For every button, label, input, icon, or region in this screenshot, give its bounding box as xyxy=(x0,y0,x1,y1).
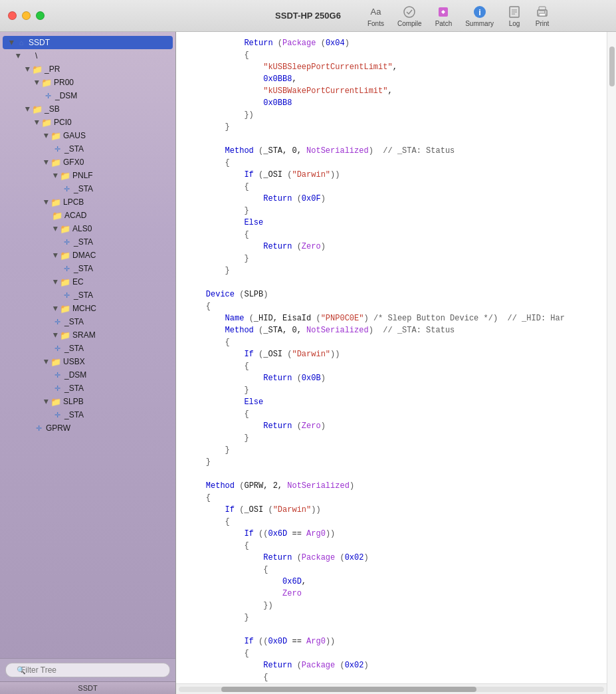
method-icon: ✛ xyxy=(33,423,44,433)
tree-item-mchc[interactable]: ▶ 📁 MCHC xyxy=(0,302,175,315)
tree-item-dmac[interactable]: ▶ 📁 DMAC xyxy=(0,249,175,262)
tree-item-pci0[interactable]: ▶ 📁 PCI0 xyxy=(0,116,175,129)
code-content[interactable]: Return (Package (0x04) { "kUSBSleepPortC… xyxy=(176,32,607,683)
folder-icon: 📁 xyxy=(60,223,70,234)
code-line: { xyxy=(176,516,607,528)
method-icon: ✛ xyxy=(52,383,62,394)
folder-icon: 📁 xyxy=(52,210,62,221)
chevron-icon: ▶ xyxy=(52,304,60,312)
code-line: Method (GPRW, 2, NotSerialized) xyxy=(176,480,607,492)
code-line: { xyxy=(176,540,607,552)
main-area: ▶ ⌂ SSDT ▶ \ ▶ 📁 _PR ▶ 📁 PR00 xyxy=(0,32,616,694)
tree-item-sram-sta[interactable]: ✛ _STA xyxy=(0,342,175,355)
tree-label-als0-sta: _STA xyxy=(74,237,93,247)
tree-label-pnlf-sta: _STA xyxy=(74,184,93,193)
patch-icon xyxy=(436,5,451,19)
compile-toolbar-item[interactable]: Compile xyxy=(392,3,427,29)
maximize-button[interactable] xyxy=(36,11,45,20)
code-line: { xyxy=(176,564,607,576)
tree-item-usbx-dsm[interactable]: ✛ _DSM xyxy=(0,368,175,382)
tree-item-usbx-sta[interactable]: ✛ _STA xyxy=(0,382,175,395)
tree-item-ec-sta[interactable]: ✛ _STA xyxy=(0,289,175,302)
tree-item-dsm[interactable]: ✛ _DSM xyxy=(0,89,175,102)
tree-item-gaus-sta[interactable]: ✛ _STA xyxy=(0,142,175,156)
code-line: If ((0x0D == Arg0)) xyxy=(176,636,607,647)
code-line: Method (_STA, 0, NotSerialized) // _STA:… xyxy=(176,145,607,157)
print-toolbar-item[interactable]: Print xyxy=(530,3,555,29)
filter-input[interactable] xyxy=(5,663,170,677)
tree-item-slpb-sta[interactable]: ✛ _STA xyxy=(0,408,175,421)
folder-icon: 📁 xyxy=(60,170,70,181)
chevron-icon: ▶ xyxy=(52,331,60,339)
chevron-icon: ▶ xyxy=(15,52,23,60)
close-button[interactable] xyxy=(8,11,17,20)
tree-item-lpcb[interactable]: ▶ 📁 LPCB xyxy=(0,195,175,209)
code-line: } xyxy=(176,384,607,396)
method-icon: ✛ xyxy=(43,90,53,101)
scrollbar-track[interactable] xyxy=(179,687,604,692)
compile-label: Compile xyxy=(397,20,422,27)
code-line: } xyxy=(176,444,607,456)
log-label: Log xyxy=(509,20,520,27)
print-icon xyxy=(535,5,550,19)
scrollbar-thumb[interactable] xyxy=(221,687,476,692)
tree-area[interactable]: ▶ ⌂ SSDT ▶ \ ▶ 📁 _PR ▶ 📁 PR00 xyxy=(0,32,175,658)
code-line: } xyxy=(176,265,607,277)
log-icon xyxy=(507,5,522,19)
code-line: } xyxy=(176,432,607,444)
code-line: } xyxy=(176,612,607,624)
status-text: SSDT xyxy=(78,684,97,692)
code-line: Return (0x0B) xyxy=(176,372,607,384)
tree-item-mchc-sta[interactable]: ✛ _STA xyxy=(0,315,175,328)
tree-item-gaus[interactable]: ▶ 📁 GAUS xyxy=(0,129,175,142)
tree-item-usbx[interactable]: ▶ 📁 USBX xyxy=(0,355,175,368)
tree-label-sram: SRAM xyxy=(72,330,96,340)
patch-toolbar-item[interactable]: Patch xyxy=(430,3,458,29)
tree-item-gfx0[interactable]: ▶ 📁 GFX0 xyxy=(0,156,175,169)
tree-item-acad[interactable]: 📁 ACAD xyxy=(0,209,175,222)
code-line: 0x6D, xyxy=(176,576,607,588)
svg-point-11 xyxy=(544,11,546,13)
tree-item-pnlf[interactable]: ▶ 📁 PNLF xyxy=(0,169,175,182)
tree-item-pr00[interactable]: ▶ 📁 PR00 xyxy=(0,76,175,89)
tree-label-als0: ALS0 xyxy=(72,224,92,233)
tree-item-ec[interactable]: ▶ 📁 EC xyxy=(0,275,175,289)
vertical-scrollbar[interactable] xyxy=(607,32,616,694)
status-bar: SSDT xyxy=(0,681,175,694)
method-icon: ✛ xyxy=(61,263,72,274)
tree-item-als0-sta[interactable]: ✛ _STA xyxy=(0,235,175,249)
code-line: Return (Package (0x04) xyxy=(176,37,607,49)
code-line: Else xyxy=(176,217,607,229)
code-line: 0x0BB8, xyxy=(176,73,607,85)
method-icon: ✛ xyxy=(52,409,62,420)
code-area[interactable]: Return (Package (0x04) { "kUSBSleepPortC… xyxy=(176,32,607,694)
tree-item-als0[interactable]: ▶ 📁 ALS0 xyxy=(0,222,175,235)
log-toolbar-item[interactable]: Log xyxy=(502,3,527,29)
scroll-thumb-vertical[interactable] xyxy=(609,47,615,86)
tree-item-slpb[interactable]: ▶ 📁 SLPB xyxy=(0,395,175,408)
tree-label-usbx-dsm: _DSM xyxy=(64,370,86,380)
summary-toolbar-item[interactable]: i Summary xyxy=(460,3,499,29)
tree-item-sram[interactable]: ▶ 📁 SRAM xyxy=(0,328,175,342)
tree-item-dmac-sta[interactable]: ✛ _STA xyxy=(0,262,175,275)
code-line: Else xyxy=(176,396,607,408)
horizontal-scrollbar[interactable] xyxy=(176,683,607,694)
code-line: If (_OSI ("Darwin")) xyxy=(176,169,607,181)
code-line: "kUSBWakePortCurrentLimit", xyxy=(176,85,607,97)
minimize-button[interactable] xyxy=(22,11,31,20)
fonts-toolbar-item[interactable]: Aa Fonts xyxy=(362,3,389,29)
toolbar: Aa Fonts Compile Patch xyxy=(362,3,555,29)
tree-item-pr[interactable]: ▶ 📁 _PR xyxy=(0,62,175,76)
method-icon: ✛ xyxy=(52,343,62,354)
tree-item-gprw[interactable]: ✛ GPRW xyxy=(0,421,175,435)
tree-item-sb[interactable]: ▶ 📁 _SB xyxy=(0,102,175,116)
tree-label-pr: _PR xyxy=(45,64,60,74)
code-line: { xyxy=(176,181,607,193)
tree-label-usbx-sta: _STA xyxy=(64,384,84,393)
tree-item-ssdt[interactable]: ▶ ⌂ SSDT xyxy=(3,36,173,49)
method-icon: ✛ xyxy=(52,144,62,154)
tree-item-root[interactable]: ▶ \ xyxy=(0,49,175,62)
code-line: { xyxy=(176,157,607,169)
tree-label-mchc-sta: _STA xyxy=(64,317,84,326)
tree-item-pnlf-sta[interactable]: ✛ _STA xyxy=(0,182,175,195)
